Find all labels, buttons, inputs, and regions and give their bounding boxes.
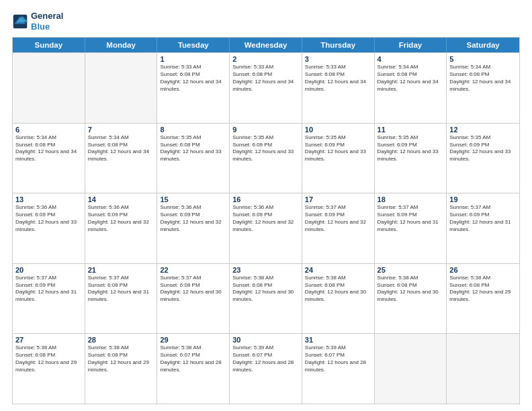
day-header-wednesday: Wednesday <box>230 38 302 52</box>
day-number: 5 <box>449 55 517 63</box>
cal-cell <box>85 53 158 123</box>
day-number: 2 <box>232 55 299 63</box>
day-number: 9 <box>232 126 299 134</box>
day-number: 4 <box>378 55 444 63</box>
cal-cell: 10Sunrise: 5:35 AMSunset: 6:09 PMDayligh… <box>302 124 375 193</box>
day-number: 26 <box>449 266 517 274</box>
day-number: 23 <box>232 266 299 274</box>
day-number: 6 <box>15 126 82 134</box>
cal-cell: 30Sunrise: 5:39 AMSunset: 6:07 PMDayligh… <box>230 334 302 404</box>
day-info: Sunrise: 5:39 AMSunset: 6:07 PMDaylight:… <box>232 345 299 373</box>
day-number: 17 <box>305 195 371 203</box>
day-info: Sunrise: 5:36 AMSunset: 6:09 PMDaylight:… <box>15 204 82 233</box>
day-number: 22 <box>160 266 226 274</box>
cal-cell <box>447 334 519 404</box>
calendar-body: 1Sunrise: 5:33 AMSunset: 6:08 PMDaylight… <box>13 52 519 404</box>
cal-cell: 22Sunrise: 5:37 AMSunset: 6:08 PMDayligh… <box>157 264 230 334</box>
cal-cell <box>13 53 85 123</box>
day-info: Sunrise: 5:38 AMSunset: 6:08 PMDaylight:… <box>449 275 517 304</box>
day-number: 27 <box>15 336 82 344</box>
cal-cell: 4Sunrise: 5:34 AMSunset: 6:08 PMDaylight… <box>375 53 447 123</box>
day-number: 24 <box>305 266 371 274</box>
cal-cell: 14Sunrise: 5:36 AMSunset: 6:09 PMDayligh… <box>85 193 158 263</box>
day-number: 16 <box>232 195 299 203</box>
cal-cell: 11Sunrise: 5:35 AMSunset: 6:09 PMDayligh… <box>375 124 447 193</box>
day-number: 8 <box>160 126 226 134</box>
day-number: 21 <box>88 266 154 274</box>
day-number: 15 <box>160 195 226 203</box>
day-info: Sunrise: 5:33 AMSunset: 6:08 PMDaylight:… <box>305 64 371 93</box>
cal-cell <box>375 334 447 404</box>
page-header: General Blue <box>12 11 520 32</box>
cal-cell: 27Sunrise: 5:38 AMSunset: 6:08 PMDayligh… <box>13 334 85 404</box>
day-header-thursday: Thursday <box>302 38 375 52</box>
day-number: 10 <box>305 126 371 134</box>
day-info: Sunrise: 5:34 AMSunset: 6:08 PMDaylight:… <box>449 64 517 93</box>
cal-cell: 31Sunrise: 5:39 AMSunset: 6:07 PMDayligh… <box>302 334 375 404</box>
day-info: Sunrise: 5:39 AMSunset: 6:07 PMDaylight:… <box>305 345 371 373</box>
cal-cell: 2Sunrise: 5:33 AMSunset: 6:08 PMDaylight… <box>230 53 302 123</box>
logo-icon <box>12 13 28 30</box>
week-row-3: 13Sunrise: 5:36 AMSunset: 6:09 PMDayligh… <box>13 193 519 263</box>
day-info: Sunrise: 5:35 AMSunset: 6:09 PMDaylight:… <box>232 134 299 163</box>
day-info: Sunrise: 5:34 AMSunset: 6:08 PMDaylight:… <box>378 64 444 93</box>
day-info: Sunrise: 5:35 AMSunset: 6:09 PMDaylight:… <box>305 134 371 163</box>
cal-cell: 5Sunrise: 5:34 AMSunset: 6:08 PMDaylight… <box>447 53 519 123</box>
calendar: SundayMondayTuesdayWednesdayThursdayFrid… <box>12 37 520 404</box>
day-number: 18 <box>378 195 444 203</box>
day-number: 12 <box>449 126 517 134</box>
cal-cell: 16Sunrise: 5:36 AMSunset: 6:09 PMDayligh… <box>230 193 302 263</box>
day-info: Sunrise: 5:33 AMSunset: 6:08 PMDaylight:… <box>160 64 226 93</box>
day-info: Sunrise: 5:38 AMSunset: 6:08 PMDaylight:… <box>232 275 299 304</box>
week-row-1: 1Sunrise: 5:33 AMSunset: 6:08 PMDaylight… <box>13 52 519 123</box>
day-info: Sunrise: 5:38 AMSunset: 6:08 PMDaylight:… <box>378 275 444 304</box>
cal-cell: 24Sunrise: 5:38 AMSunset: 6:08 PMDayligh… <box>302 264 375 334</box>
cal-cell: 23Sunrise: 5:38 AMSunset: 6:08 PMDayligh… <box>230 264 302 334</box>
day-info: Sunrise: 5:36 AMSunset: 6:09 PMDaylight:… <box>232 204 299 233</box>
week-row-5: 27Sunrise: 5:38 AMSunset: 6:08 PMDayligh… <box>13 333 519 404</box>
day-info: Sunrise: 5:35 AMSunset: 6:09 PMDaylight:… <box>378 134 444 163</box>
cal-cell: 15Sunrise: 5:36 AMSunset: 6:09 PMDayligh… <box>157 193 230 263</box>
day-info: Sunrise: 5:38 AMSunset: 6:08 PMDaylight:… <box>15 345 82 373</box>
cal-cell: 12Sunrise: 5:35 AMSunset: 6:09 PMDayligh… <box>447 124 519 193</box>
day-header-friday: Friday <box>375 38 447 52</box>
day-info: Sunrise: 5:38 AMSunset: 6:08 PMDaylight:… <box>88 345 154 373</box>
cal-cell: 29Sunrise: 5:38 AMSunset: 6:07 PMDayligh… <box>157 334 230 404</box>
day-header-sunday: Sunday <box>13 38 85 52</box>
day-info: Sunrise: 5:34 AMSunset: 6:08 PMDaylight:… <box>15 134 82 163</box>
day-header-monday: Monday <box>85 38 158 52</box>
cal-cell: 13Sunrise: 5:36 AMSunset: 6:09 PMDayligh… <box>13 193 85 263</box>
day-number: 20 <box>15 266 82 274</box>
day-number: 28 <box>88 336 154 344</box>
day-number: 29 <box>160 336 226 344</box>
day-info: Sunrise: 5:34 AMSunset: 6:08 PMDaylight:… <box>88 134 154 163</box>
day-info: Sunrise: 5:35 AMSunset: 6:08 PMDaylight:… <box>160 134 226 163</box>
logo: General Blue <box>12 11 63 32</box>
day-number: 31 <box>305 336 371 344</box>
day-info: Sunrise: 5:38 AMSunset: 6:07 PMDaylight:… <box>160 345 226 373</box>
cal-cell: 7Sunrise: 5:34 AMSunset: 6:08 PMDaylight… <box>85 124 158 193</box>
day-info: Sunrise: 5:37 AMSunset: 6:08 PMDaylight:… <box>88 275 154 304</box>
cal-cell: 17Sunrise: 5:37 AMSunset: 6:09 PMDayligh… <box>302 193 375 263</box>
calendar-header: SundayMondayTuesdayWednesdayThursdayFrid… <box>13 38 519 52</box>
day-number: 30 <box>232 336 299 344</box>
day-number: 14 <box>88 195 154 203</box>
cal-cell: 20Sunrise: 5:37 AMSunset: 6:09 PMDayligh… <box>13 264 85 334</box>
cal-cell: 8Sunrise: 5:35 AMSunset: 6:08 PMDaylight… <box>157 124 230 193</box>
day-number: 3 <box>305 55 371 63</box>
cal-cell: 6Sunrise: 5:34 AMSunset: 6:08 PMDaylight… <box>13 124 85 193</box>
cal-cell: 26Sunrise: 5:38 AMSunset: 6:08 PMDayligh… <box>447 264 519 334</box>
week-row-4: 20Sunrise: 5:37 AMSunset: 6:09 PMDayligh… <box>13 263 519 334</box>
cal-cell: 21Sunrise: 5:37 AMSunset: 6:08 PMDayligh… <box>85 264 158 334</box>
day-info: Sunrise: 5:37 AMSunset: 6:09 PMDaylight:… <box>378 204 444 233</box>
day-info: Sunrise: 5:36 AMSunset: 6:09 PMDaylight:… <box>88 204 154 233</box>
day-info: Sunrise: 5:35 AMSunset: 6:09 PMDaylight:… <box>449 134 517 163</box>
day-info: Sunrise: 5:38 AMSunset: 6:08 PMDaylight:… <box>305 275 371 304</box>
cal-cell: 9Sunrise: 5:35 AMSunset: 6:09 PMDaylight… <box>230 124 302 193</box>
day-info: Sunrise: 5:37 AMSunset: 6:09 PMDaylight:… <box>15 275 82 304</box>
day-number: 7 <box>88 126 154 134</box>
day-number: 19 <box>449 195 517 203</box>
day-info: Sunrise: 5:33 AMSunset: 6:08 PMDaylight:… <box>232 64 299 93</box>
cal-cell: 1Sunrise: 5:33 AMSunset: 6:08 PMDaylight… <box>157 53 230 123</box>
day-number: 25 <box>378 266 444 274</box>
